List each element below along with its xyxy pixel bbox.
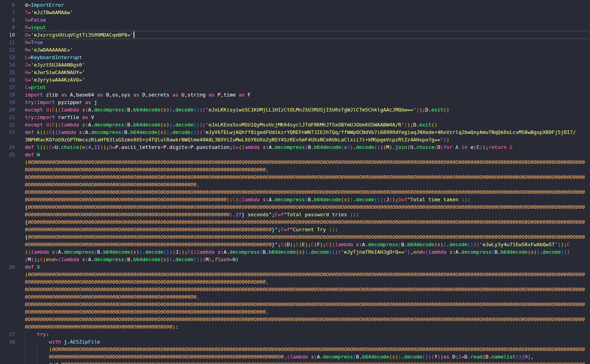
code-row[interactable]: 0O0000000O00000000O000O00000000O0000O000… [0, 353, 590, 360]
code-row[interactable]: 0O0000000O00000000O000O00000000O0000O000… [0, 316, 590, 323]
code-row[interactable]: 0O0000000O00000000O000O00000000O0000O000… [0, 293, 590, 301]
code-line-text: 0O0000000O00000000O000O00000000O0000O000… [15, 166, 269, 173]
code-row[interactable]: 25def W [0, 151, 590, 158]
code-row[interactable]: 6d=ImportError [0, 1, 590, 9]
code-line-text: 0O0000000O00000000O000O00000000O0000O000… [15, 301, 585, 308]
code-line-text: 0O0000000O00000000O000O00000000O0000O000… [15, 181, 199, 188]
code-row[interactable]: ((lambda s:A.decompress(B.b64decode(s)).… [0, 248, 590, 256]
code-row[interactable]: 0O0000000O00000000O000O00000000O0000O000… [0, 308, 590, 316]
code-row[interactable]: 12M='eJwDAAAAAAE=' [0, 46, 590, 54]
code-row[interactable]: {0O0000000O00000000O000O00000000O0000O00… [0, 218, 590, 226]
code-row[interactable]: 0O0000000O00000000O000O00000000O0000O000… [0, 196, 590, 203]
code-row[interactable]: 0O0000000O00000000O000O00000000O0000O000… [0, 166, 590, 173]
code-row[interactable]: (0O0000000O00000000O000O00000000O0000O00… [0, 345, 590, 353]
code-row[interactable]: 0O0000000O00000000O000O00000000O0000O000… [0, 188, 590, 196]
line-number [0, 345, 15, 353]
line-number [0, 278, 15, 286]
code-line-text: 0O0000000O00000000O000O00000000O0000O000… [15, 173, 585, 181]
line-number: 9 [0, 24, 15, 31]
code-row[interactable]: 21try:import rarfile as V [0, 113, 590, 121]
line-number [0, 308, 15, 316]
code-row[interactable]: 26def X [0, 263, 590, 271]
code-line-text: 0O0000000O00000000O000O00000000O0000O000… [15, 188, 585, 196]
code-line-text: 0O0000000O00000000O000O00000000O0000O000… [15, 241, 570, 248]
line-number: 17 [0, 84, 15, 91]
code-editor[interactable]: 6d=ImportError7T='eJzTBwAAMAAw'8S=False9… [0, 0, 590, 364]
code-line-text: def l():C=U.choice(e(4,11));D=P.ascii_le… [15, 143, 513, 151]
code-row[interactable]: 7T='eJzTBwAAMAAw' [0, 9, 590, 16]
code-line-text: (M));C(end=(lambda s:A.decompress(B.b64d… [15, 256, 238, 263]
line-number [0, 166, 15, 173]
line-number [0, 136, 15, 143]
code-row[interactable]: 19try:import pyzipper as j [0, 98, 590, 106]
code-row[interactable]: {0O0000000O00000000O000O00000000O0000O00… [0, 233, 590, 241]
code-line-text: J='eJyztSUJAAANBgs0' [15, 61, 85, 69]
code-row[interactable]: 28 with j.AESZipFile [0, 338, 590, 345]
line-number [0, 323, 15, 331]
code-line-text: d=ImportError [15, 1, 64, 9]
line-number [0, 196, 15, 203]
line-number: 11 [0, 39, 15, 46]
line-number: 18 [0, 91, 15, 98]
code-line-text: 0O0000000O00000000O000O00000000O0000O000… [15, 353, 534, 360]
code-row[interactable]: 0O0000000O00000000O000O00000000O0000O000… [0, 241, 590, 248]
code-row[interactable]: 0O0000000O00000000O000O00000000O0000O000… [0, 278, 590, 286]
code-line-text: T='eJzTBwAAMAAw' [15, 9, 73, 16]
code-line-text: 0O0000000O00000000O000O00000000O0000O000… [15, 316, 585, 323]
line-number [0, 293, 15, 301]
code-line-text: 0O0000000O00000000O000O00000000O0000O000… [15, 196, 471, 203]
code-line-text: 0O0000000O00000000O000O00000000O0000O000… [15, 226, 338, 233]
code-line-text: try:import rarfile as V [15, 113, 94, 121]
code-row[interactable]: 0O0000000O00000000O000O00000000O0000O000… [0, 301, 590, 308]
code-row[interactable]: 15H='eJwrSiwCAAKNAUY=' [0, 69, 590, 76]
code-row[interactable]: 14J='eJyztSUJAAANBgs0' [0, 61, 590, 69]
code-row[interactable]: 0O0000000O00000000O000O00000000O0000O000… [0, 323, 590, 331]
line-number [0, 181, 15, 188]
line-number: 21 [0, 113, 15, 121]
code-row[interactable]: 16G='eJyryiwAAAKzAVQ=' [0, 76, 590, 84]
code-line-text: {0O0000000O00000000O000O00000000O0000O00… [15, 203, 585, 211]
code-line-text: 0O0000000O00000000O000O00000000O0000O000… [15, 286, 585, 293]
code-row[interactable]: (0O0000000O00000000O000O00000000O0000O00… [0, 271, 590, 278]
code-row[interactable]: 8S=False [0, 16, 590, 24]
code-row[interactable]: 27 try: [0, 331, 590, 338]
code-line-text: O='eJxzrcgsUUiqVCgtTi3S09MDACqeBP8=' [15, 31, 134, 39]
line-number: 12 [0, 46, 15, 54]
line-number [0, 203, 15, 211]
line-number [0, 271, 15, 278]
code-row[interactable]: 0O0000000O00000000O000O00000000O0000O000… [0, 173, 590, 181]
code-line-text: import zlib as A,base64 as B,os,sys as D… [15, 91, 251, 98]
code-line-text: (0O0000000O00000000O000O00000000O0000O00… [15, 345, 585, 353]
code-row[interactable]: 10O='eJxzrcgsUUiqVCgtTi3S09MDACqeBP8=' [0, 31, 590, 39]
line-number [0, 316, 15, 323]
code-row[interactable]: 9R=input [0, 24, 590, 31]
code-row[interactable]: 22except d:C((lambda s:A.decompress(B.b6… [0, 121, 590, 128]
code-line-text: 0O0000000O00000000O000O00000000O0000O000… [15, 323, 179, 331]
code-row[interactable]: (M));C(end=(lambda s:A.decompress(B.b64d… [0, 256, 590, 263]
code-row[interactable]: 20except d:C((lambda s:A.decompress(B.b6… [0, 106, 590, 113]
line-number: 27 [0, 331, 15, 338]
code-row[interactable]: 0O0000000O00000000O000O00000000O0000O000… [0, 226, 590, 233]
code-line-text: (0O0000000O00000000O000O00000000O0000O00… [15, 271, 585, 278]
line-number: 15 [0, 69, 15, 76]
code-row[interactable]: 13L=KeyboardInterrupt [0, 54, 590, 61]
code-line-text: {0O0000000O00000000O000O00000000O0000O00… [15, 218, 585, 226]
code-row[interactable]: 17C=print [0, 84, 590, 91]
code-line-text: def W [15, 151, 40, 158]
code-row[interactable]: pwd=0O0000000O00000000O000O00000000O0000… [0, 360, 590, 364]
code-line-text: M='eJwDAAAAAAE=' [15, 46, 73, 54]
code-row[interactable]: (0O0000000O00000000O000O00000000O0000O00… [0, 158, 590, 166]
code-row[interactable]: 11N=True [0, 39, 590, 46]
code-row[interactable]: 23def k():C((lambda s:A.decompress(B.b64… [0, 128, 590, 136]
code-row[interactable]: 18import zlib as A,base64 as B,os,sys as… [0, 91, 590, 98]
line-number: 19 [0, 98, 15, 106]
code-row[interactable]: 3NPHRacKOfoG9zGPTHmcxzRiaHf63lsGSzms0XS+… [0, 136, 590, 143]
code-row[interactable]: 24def l():C=U.choice(e(4,11));D=P.ascii_… [0, 143, 590, 151]
code-row[interactable]: {0O0000000O00000000O000O00000000O0000O00… [0, 203, 590, 211]
code-row[interactable]: 0O0000000O00000000O000O00000000O0000O000… [0, 211, 590, 218]
line-number [0, 211, 15, 218]
code-row[interactable]: 0O0000000O00000000O000O00000000O0000O000… [0, 181, 590, 188]
code-line-text: except d:C((lambda s:A.decompress(B.b64d… [15, 106, 449, 113]
code-row[interactable]: 0O0000000O00000000O000O00000000O0000O000… [0, 286, 590, 293]
code-line-text: N=True [15, 39, 43, 46]
